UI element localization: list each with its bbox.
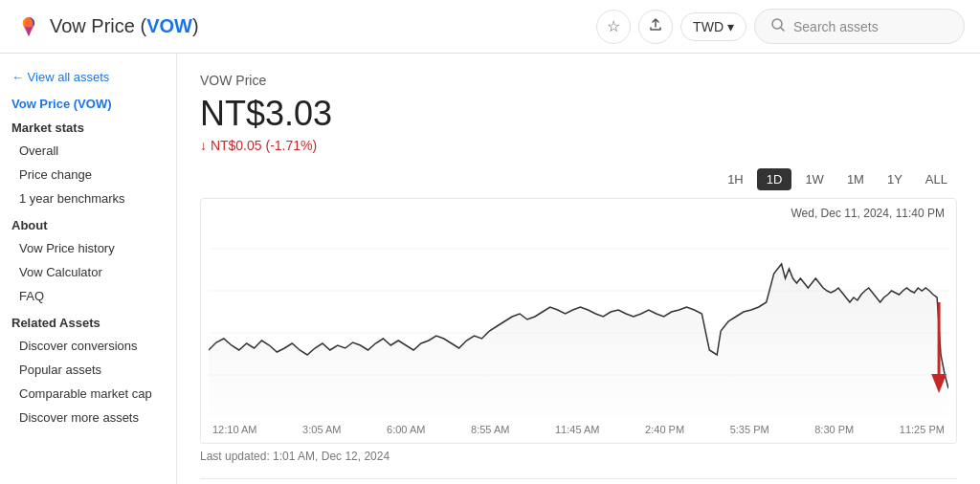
main-layout: ← View all assets Vow Price (VOW) Market… (0, 54, 980, 484)
chart-timestamp: Wed, Dec 11, 2024, 11:40 PM (791, 207, 945, 220)
time-btn-1y[interactable]: 1Y (878, 168, 912, 190)
sidebar-item-vow-price-history[interactable]: Vow Price history (0, 236, 176, 260)
x-label-0: 12:10 AM (212, 424, 256, 435)
time-selector: 1H 1D 1W 1M 1Y ALL (200, 168, 957, 190)
x-label-6: 5:35 PM (730, 424, 769, 435)
sidebar-item-discover-conversions[interactable]: Discover conversions (0, 334, 176, 358)
sidebar-item-price-change[interactable]: Price change (0, 163, 176, 187)
currency-selector[interactable]: TWD ▾ (680, 12, 746, 41)
x-label-2: 6:00 AM (387, 424, 425, 435)
sidebar-item-1year-benchmarks[interactable]: 1 year benchmarks (0, 187, 176, 210)
x-label-1: 3:05 AM (302, 424, 341, 435)
app-container: Vow Price (VOW) ☆ TWD ▾ (0, 0, 980, 484)
chart-x-labels: 12:10 AM 3:05 AM 6:00 AM 8:55 AM 11:45 A… (209, 420, 948, 435)
share-button[interactable] (638, 10, 673, 44)
price-change: ↓ NT$0.05 (-1.71%) (200, 138, 957, 153)
sidebar-item-comparable-market-cap[interactable]: Comparable market cap (0, 382, 176, 406)
search-box[interactable]: Search assets (754, 9, 965, 44)
time-btn-1h[interactable]: 1H (718, 168, 753, 190)
related-assets-section-title: Related Assets (0, 308, 176, 334)
search-placeholder: Search assets (793, 19, 879, 34)
last-updated: Last updated: 1:01 AM, Dec 12, 2024 (200, 450, 957, 463)
sidebar-item-faq[interactable]: FAQ (0, 284, 176, 308)
main-content: VOW Price NT$3.03 ↓ NT$0.05 (-1.71%) 1H … (177, 54, 980, 484)
sidebar-item-discover-more-assets[interactable]: Discover more assets (0, 406, 176, 429)
star-button[interactable]: ☆ (596, 10, 631, 44)
price-change-value: ↓ NT$0.05 (-1.71%) (200, 138, 317, 153)
header: Vow Price (VOW) ☆ TWD ▾ (0, 0, 980, 54)
x-label-7: 8:30 PM (814, 424, 854, 435)
search-icon (770, 17, 786, 35)
x-label-5: 2:40 PM (645, 424, 684, 435)
time-btn-all[interactable]: ALL (916, 168, 957, 190)
market-stats-header[interactable]: Market stats (200, 478, 957, 484)
sidebar-item-overall[interactable]: Overall (0, 139, 176, 163)
logo-area: Vow Price (VOW) (15, 13, 199, 40)
x-label-4: 11:45 AM (555, 424, 599, 435)
share-icon (648, 17, 663, 36)
chart-section: 1H 1D 1W 1M 1Y ALL Wed, Dec 11, 2024, 11… (200, 168, 957, 463)
time-btn-1m[interactable]: 1M (837, 168, 874, 190)
star-icon: ☆ (607, 17, 620, 35)
chevron-down-icon: ▾ (727, 19, 734, 34)
vow-ticker: VOW (146, 15, 192, 36)
sidebar-item-vow-calculator[interactable]: Vow Calculator (0, 260, 176, 284)
active-asset-link[interactable]: Vow Price (VOW) (11, 97, 165, 111)
sidebar-item-popular-assets[interactable]: Popular assets (0, 358, 176, 382)
market-stats-section-title: Market stats (0, 113, 176, 139)
x-label-8: 11:25 PM (900, 424, 945, 435)
currency-label: TWD (693, 19, 724, 34)
page-title: Vow Price (VOW) (50, 15, 199, 37)
header-actions: ☆ TWD ▾ Search (596, 9, 965, 44)
sidebar: ← View all assets Vow Price (VOW) Market… (0, 54, 177, 484)
x-label-3: 8:55 AM (471, 424, 509, 435)
chart-svg (209, 207, 948, 417)
price-label: VOW Price (200, 73, 957, 88)
time-btn-1w[interactable]: 1W (795, 168, 834, 190)
about-section-title: About (0, 210, 176, 236)
vow-logo-icon (15, 13, 42, 40)
back-link[interactable]: ← View all assets (0, 65, 176, 89)
price-chart: Wed, Dec 11, 2024, 11:40 PM (200, 198, 957, 444)
price-value: NT$3.03 (200, 94, 957, 134)
time-btn-1d[interactable]: 1D (757, 168, 792, 190)
